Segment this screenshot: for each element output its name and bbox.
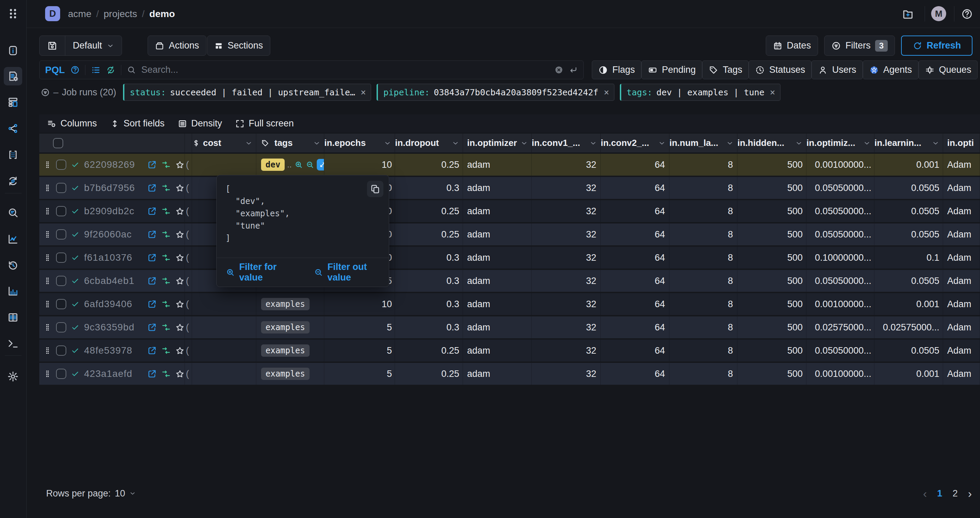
filter-out-value-button[interactable]: Filter out value (314, 262, 389, 283)
favorite-star-icon[interactable] (175, 323, 185, 332)
breadcrumb-org[interactable]: acme (68, 8, 91, 19)
favorite-star-icon[interactable] (175, 369, 185, 378)
compare-run-icon[interactable] (161, 369, 171, 378)
table-row[interactable]: 9c36359bd(examples50.3adam326485000.0257… (39, 316, 980, 338)
compare-run-icon[interactable] (161, 253, 171, 262)
pql-help-icon[interactable] (70, 65, 80, 75)
open-run-icon[interactable] (147, 276, 157, 286)
chip-remove-icon[interactable]: × (361, 87, 366, 97)
workspace-avatar[interactable]: D (45, 6, 60, 21)
table-row[interactable]: 6afd39406(examples100.3adam326485000.001… (39, 293, 980, 315)
pql-mode-toggle[interactable]: PQL (45, 65, 65, 76)
column-sort-chevron-icon[interactable] (452, 140, 459, 147)
open-run-icon[interactable] (147, 323, 157, 332)
open-run-icon[interactable] (147, 299, 157, 309)
compare-run-icon[interactable] (161, 323, 171, 332)
chip-remove-icon[interactable]: × (770, 87, 775, 97)
table-row[interactable]: 622098269(dev..100.25adam326485000.00100… (39, 154, 980, 176)
column-sort-chevron-icon[interactable] (863, 140, 871, 147)
page-number[interactable]: 1 (937, 488, 942, 499)
favorite-star-icon[interactable] (175, 253, 185, 262)
actions-button[interactable]: Actions (148, 35, 207, 56)
row-menu-icon[interactable] (43, 230, 52, 238)
filter-for-value-button[interactable]: Filter for value (226, 262, 299, 283)
compare-run-icon[interactable] (161, 183, 171, 193)
run-id[interactable]: 423a1aefd (84, 368, 143, 379)
tag-pill[interactable]: examples (261, 298, 310, 310)
sort-fields-button[interactable]: Sort fields (110, 118, 165, 129)
row-checkbox[interactable] (56, 206, 66, 216)
table-row[interactable]: b7b6d7956(examples100.3adam326485000.050… (39, 177, 980, 199)
run-id[interactable]: 6cbab4eb1 (84, 275, 143, 286)
help-icon[interactable] (961, 0, 973, 28)
column-header-epochs[interactable]: in.epochs (324, 133, 395, 153)
column-sort-chevron-icon[interactable] (384, 140, 391, 147)
column-header-tags[interactable]: tags (256, 133, 324, 153)
open-run-icon[interactable] (147, 346, 157, 355)
column-sort-chevron-icon[interactable] (726, 140, 733, 147)
row-checkbox[interactable] (56, 253, 66, 263)
row-checkbox[interactable] (56, 322, 66, 332)
chip-remove-icon[interactable]: × (604, 87, 609, 97)
sections-button[interactable]: Sections (207, 35, 270, 56)
column-header-num_layers[interactable]: in.num_la... (670, 133, 737, 153)
sidebar-item-runs[interactable] (4, 67, 22, 86)
dates-button[interactable]: Dates (766, 35, 818, 56)
run-id[interactable]: 622098269 (84, 159, 143, 170)
clear-search-icon[interactable] (554, 65, 563, 75)
row-checkbox[interactable] (56, 299, 66, 309)
sidebar-item-matrix[interactable] (4, 146, 22, 164)
column-header-dropout[interactable]: in.dropout (395, 133, 463, 153)
sidebar-item-metrics[interactable] (4, 230, 22, 248)
sidebar-item-info[interactable] (4, 41, 22, 60)
row-menu-icon[interactable] (43, 254, 52, 262)
row-menu-icon[interactable] (43, 207, 52, 215)
run-id[interactable]: 9c36359bd (84, 322, 143, 333)
compare-run-icon[interactable] (161, 299, 171, 309)
table-row[interactable]: 48fe53978(examples50.25adam326485000.050… (39, 340, 980, 362)
open-run-icon[interactable] (147, 183, 157, 193)
compare-run-icon[interactable] (161, 230, 171, 239)
prev-page-icon[interactable]: ‹ (923, 487, 927, 500)
density-button[interactable]: Density (178, 118, 222, 129)
run-id[interactable]: 9f26060ac (84, 229, 143, 240)
breadcrumb-project[interactable]: demo (150, 8, 175, 19)
column-sort-chevron-icon[interactable] (245, 140, 253, 147)
row-menu-icon[interactable] (43, 160, 52, 169)
quick-filter-statuses[interactable]: Statuses (749, 60, 811, 79)
table-row[interactable]: 423a1aefd(examples50.25adam326485000.001… (39, 363, 980, 385)
row-checkbox[interactable] (56, 345, 66, 356)
favorite-star-icon[interactable] (175, 346, 185, 355)
page-number[interactable]: 2 (953, 488, 958, 499)
compare-run-icon[interactable] (161, 346, 171, 355)
favorite-star-icon[interactable] (175, 230, 185, 239)
row-checkbox[interactable] (56, 369, 66, 379)
tag-pill[interactable]: examples (261, 368, 310, 380)
copy-icon[interactable] (367, 181, 383, 197)
column-header-hidden[interactable]: in.hidden... (737, 133, 807, 153)
filter-chip-status[interactable]: status:succeeded | failed | upstream_fai… (123, 84, 371, 101)
fullscreen-button[interactable]: Full screen (235, 118, 294, 129)
column-sort-chevron-icon[interactable] (313, 140, 320, 147)
sidebar-item-stats[interactable] (4, 282, 22, 300)
sidebar-item-boards[interactable] (4, 93, 22, 111)
breadcrumb-projects[interactable]: projects (103, 8, 137, 19)
row-menu-icon[interactable] (43, 370, 52, 378)
filters-button[interactable]: Filters 3 (824, 35, 895, 56)
rows-per-page[interactable]: Rows per page: 10 (46, 486, 136, 500)
row-menu-icon[interactable] (43, 323, 52, 331)
tag-pill[interactable]: examples (261, 321, 310, 334)
compare-run-icon[interactable] (161, 207, 171, 216)
column-sort-chevron-icon[interactable] (589, 140, 597, 147)
sidebar-item-terminal[interactable] (4, 334, 22, 353)
column-sort-chevron-icon[interactable] (520, 140, 528, 147)
open-run-icon[interactable] (147, 369, 157, 378)
column-sort-chevron-icon[interactable] (932, 140, 939, 147)
tag-pill[interactable]: dev (261, 159, 285, 171)
columns-button[interactable]: Columns (47, 118, 97, 129)
open-run-icon[interactable] (147, 207, 157, 216)
favorite-star-icon[interactable] (175, 160, 185, 170)
select-all-checkbox[interactable] (53, 138, 63, 148)
search-bar[interactable]: PQL Search... (39, 60, 584, 79)
refresh-button[interactable]: Refresh (901, 35, 972, 56)
